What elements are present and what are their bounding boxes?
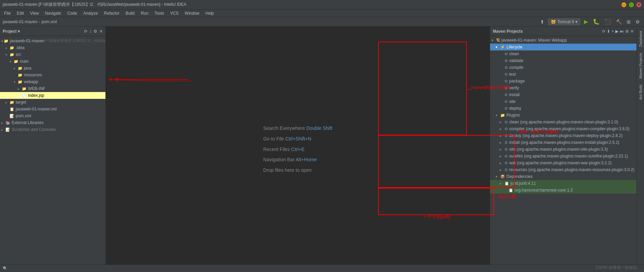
maven-plugin-site[interactable]: ⚙ site (org.apache.maven.plugins:maven-s… <box>490 146 636 153</box>
tree-item-indexjsp[interactable]: 📄 index.jsp <box>0 92 105 99</box>
maven-dep-junit[interactable]: 📋 junit:junit:4.11 <box>490 180 636 187</box>
maven-download-icon[interactable]: ⬇ <box>607 29 610 34</box>
menu-refactor[interactable]: Refactor <box>101 10 122 16</box>
arrow-extlibs <box>1 121 5 125</box>
tree-item-java[interactable]: 📁 java <box>0 65 105 72</box>
maven-plugin-install[interactable]: ⚙ install (org.apache.maven.plugins:mave… <box>490 139 636 146</box>
tree-label-pomxml: pom.xml <box>16 114 31 118</box>
maven-plugin-clean[interactable]: ⚙ clean (org.apache.maven.plugins:maven-… <box>490 119 636 125</box>
maven-skip-icon[interactable]: ⏭ <box>620 29 624 34</box>
tree-item-idea[interactable]: 📁 .idea <box>0 44 105 51</box>
maven-package-label: package <box>509 79 525 84</box>
maven-panel-title: Maven Projects <box>493 29 600 34</box>
tree-item-pomxml[interactable]: 📝 pom.xml <box>0 112 105 119</box>
menu-code[interactable]: Code <box>65 10 80 16</box>
watermark: CSDN @香蕉一孙就化 <box>596 265 637 271</box>
menu-tools[interactable]: Tools <box>152 10 167 16</box>
run-config-selector[interactable]: 🐱 Tomcat 9 ▾ <box>548 18 581 25</box>
tree-item-webinf[interactable]: 📁 WEB-INF <box>0 85 105 92</box>
maven-lifecycle-package[interactable]: ⚙ package <box>490 78 636 85</box>
tree-item-extlibs[interactable]: 📚 External Libraries <box>0 119 105 126</box>
plugin-resources-icon: ⚙ <box>504 168 508 172</box>
maven-plugin-resources[interactable]: ⚙ resources (org.apache.maven.plugins:ma… <box>490 166 636 173</box>
maven-add-icon[interactable]: + <box>612 29 614 34</box>
maven-plugin-site-label: site (org.apache.maven.plugins:maven-sit… <box>509 147 608 152</box>
stop-button[interactable]: ⬛ <box>603 18 613 26</box>
maven-lifecycle-compile[interactable]: ⚙ compile <box>490 64 636 71</box>
menu-help[interactable]: Help <box>203 10 217 16</box>
menu-vcs[interactable]: VCS <box>168 10 182 16</box>
maven-plugin-surefire[interactable]: ⚙ surefire (org.apache.maven.plugins:mav… <box>490 153 636 160</box>
side-tab-ant[interactable]: Ant Build <box>638 82 643 103</box>
settings-button[interactable]: ⚙ <box>634 18 641 25</box>
menu-build[interactable]: Build <box>123 10 138 16</box>
tree-item-iml[interactable]: 📋 javaweb-01-maven.iml <box>0 106 105 112</box>
maven-lifecycle-validate[interactable]: ⚙ validate <box>490 57 636 64</box>
menu-edit[interactable]: Edit <box>14 10 27 16</box>
tree-item-scratches[interactable]: 📝 Scratches and Consoles <box>0 126 105 133</box>
menu-analyze[interactable]: Analyze <box>81 10 101 16</box>
close-button[interactable]: ✕ <box>636 2 641 7</box>
maven-test-label: test <box>509 72 516 77</box>
maven-lifecycle-install[interactable]: ⚙ install <box>490 91 636 98</box>
minimize-button[interactable]: — <box>621 2 626 7</box>
menu-view[interactable]: View <box>27 10 42 16</box>
menu-file[interactable]: File <box>1 10 13 16</box>
breadcrumb: javaweb-01-maven › pom.xml <box>3 19 57 24</box>
tree-item-root[interactable]: 📁 javaweb-01-maven F:\班级管理\西开【19525】\2、代… <box>0 37 105 44</box>
validate-gear-icon: ⚙ <box>504 59 508 63</box>
maven-plugin-deploy[interactable]: ⚙ deploy (org.apache.maven.plugins:maven… <box>490 132 636 139</box>
maximize-button[interactable]: □ <box>629 2 634 7</box>
plugin-war-icon: ⚙ <box>504 161 508 165</box>
maven-plugin-compiler[interactable]: ⚙ compiler (org.apache.maven.plugins:mav… <box>490 125 636 132</box>
tree-item-target[interactable]: 📁 target <box>0 99 105 106</box>
tree-label-iml: javaweb-01-maven.iml <box>16 107 57 111</box>
maven-lifecycle-deploy[interactable]: ⚙ deploy <box>490 105 636 112</box>
run-button[interactable]: ▶ <box>583 18 589 26</box>
maven-lifecycle-test[interactable]: ⚙ test <box>490 71 636 78</box>
maven-refresh-icon[interactable]: ⟳ <box>602 29 605 34</box>
menu-run[interactable]: Run <box>138 10 151 16</box>
maven-dependencies[interactable]: 📦 Dependencies <box>490 173 636 180</box>
menu-window[interactable]: Window <box>182 10 202 16</box>
project-collapse-icon[interactable]: ↕ <box>89 29 91 34</box>
maven-run-icon[interactable]: ▶ <box>615 29 618 34</box>
dep-hamcrest-icon: 📋 <box>509 188 513 193</box>
project-close-icon[interactable]: ✕ <box>99 29 103 34</box>
maven-lifecycle-verify[interactable]: ⚙ verify <box>490 85 636 91</box>
tree-item-webapp[interactable]: 📁 webapp <box>0 78 105 85</box>
project-gear-icon[interactable]: ⚙ <box>94 29 97 34</box>
tree-item-main[interactable]: 📁 main <box>0 58 105 65</box>
maven-lifecycle-clean[interactable]: ⚙ clean <box>490 50 636 57</box>
maven-lifecycle[interactable]: ⚡ Lifecycle <box>490 44 636 50</box>
maven-plugin-war[interactable]: ⚙ war (org.apache.maven.plugins:maven-wa… <box>490 160 636 166</box>
maven-dep-hamcrest[interactable]: 📋 org.hamcrest:hamcrest-core:1.3 <box>490 187 636 194</box>
maven-plugins[interactable]: 📁 Plugins <box>490 112 636 119</box>
tree-item-src[interactable]: 📁 src <box>0 51 105 58</box>
hint-recent: Recent Files Ctrl+E <box>263 144 332 155</box>
maven-root[interactable]: 🏗 javaweb-01-maven: Maven Webapp <box>490 37 636 44</box>
update-icon[interactable]: ⬆ <box>539 18 546 25</box>
project-panel-title: Project ▾ <box>3 29 82 34</box>
side-tab-database[interactable]: Database <box>638 28 643 49</box>
maven-settings-icon[interactable]: ⚙ <box>625 29 629 34</box>
menu-navigate[interactable]: Navigate <box>42 10 64 16</box>
layout-button[interactable]: ⊞ <box>625 18 632 25</box>
breadcrumb-project[interactable]: javaweb-01-maven <box>3 19 37 24</box>
tree-label-resources: resources <box>24 73 42 77</box>
maven-panel: Maven Projects ⟳ ⬇ + ▶ ⏭ ⚙ ✕ 🏗 javaweb-0… <box>490 27 636 272</box>
project-sync-icon[interactable]: ⟳ <box>84 29 87 34</box>
build-button[interactable]: 🔨 <box>615 18 623 25</box>
tree-item-resources[interactable]: 📁 resources <box>0 72 105 78</box>
debug-button[interactable]: 🐛 <box>591 18 601 26</box>
side-tab-maven[interactable]: Maven Projects <box>638 50 643 81</box>
deploy-gear-icon: ⚙ <box>504 106 508 111</box>
extlibs-icon: 📚 <box>5 121 10 125</box>
maven-dep-junit-label: junit:junit:4.11 <box>511 181 536 186</box>
maven-close-icon[interactable]: ✕ <box>630 29 634 34</box>
maven-lifecycle-site[interactable]: ⚙ site <box>490 98 636 105</box>
maven-deploy-label: deploy <box>509 106 521 111</box>
breadcrumb-file[interactable]: pom.xml <box>41 19 57 24</box>
hint-goto: Go to File Ctrl+Shift+N <box>263 134 332 144</box>
tree-label-scratches: Scratches and Consoles <box>12 127 56 132</box>
